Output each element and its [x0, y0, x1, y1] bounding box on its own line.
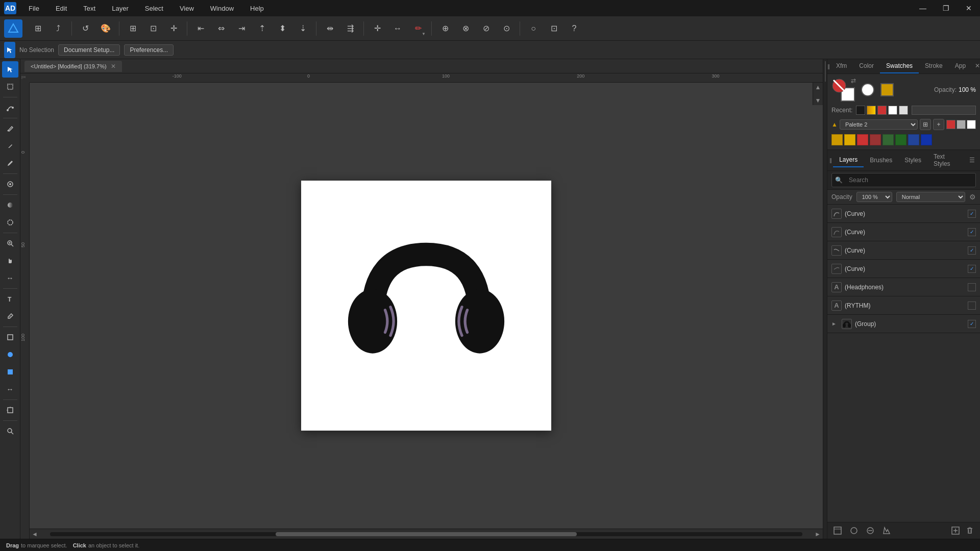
swatch-4[interactable] — [883, 134, 894, 145]
brush-tool[interactable] — [2, 155, 18, 171]
close-button[interactable]: ✕ — [962, 3, 976, 13]
palette-white-swatch[interactable] — [967, 120, 976, 129]
red-marker-button[interactable]: ✏ ▼ — [409, 19, 427, 38]
menu-edit[interactable]: Edit — [52, 3, 71, 14]
swatch-5[interactable] — [895, 134, 906, 145]
swap-colors-btn[interactable]: ⇄ — [851, 77, 856, 84]
layer-visibility-curve4[interactable]: ✓ — [968, 265, 976, 273]
dist-h-button[interactable]: ⇹ — [321, 19, 339, 38]
select-tool[interactable] — [4, 42, 15, 58]
tab-brushes[interactable]: Brushes — [864, 154, 898, 167]
menu-layer[interactable]: Layer — [108, 3, 133, 14]
transform-button[interactable]: ✛ — [368, 19, 386, 38]
layer-item-group[interactable]: ► (Group) ✓ — [827, 315, 980, 333]
tab-text-styles[interactable]: Text Styles — [927, 150, 966, 170]
layers-bottom-btn1[interactable] — [831, 524, 844, 537]
minimize-button[interactable]: — — [915, 3, 930, 13]
layer-item-curve4[interactable]: (Curve) ✓ — [827, 260, 980, 278]
group-expand-btn[interactable]: ► — [831, 321, 839, 327]
menu-file[interactable]: File — [24, 3, 43, 14]
recent-swatch-2[interactable] — [867, 106, 876, 115]
resize-tool[interactable]: ↔ — [2, 381, 18, 397]
swatch-6[interactable] — [908, 134, 919, 145]
align-middle-button[interactable]: ⬍ — [273, 19, 291, 38]
swatch-0[interactable] — [831, 134, 843, 145]
align-bottom-button[interactable]: ⇣ — [293, 19, 312, 38]
swatch-1[interactable] — [844, 134, 855, 145]
square-tool[interactable] — [2, 364, 18, 380]
layers-collapse-btn[interactable]: ‖ — [829, 158, 833, 163]
palette-red-swatch[interactable] — [946, 120, 955, 129]
node-tool[interactable] — [2, 99, 18, 116]
swatch-3[interactable] — [870, 134, 881, 145]
tab-app[interactable]: App — [949, 59, 972, 73]
layers-opacity-select[interactable]: 100 % — [856, 192, 892, 202]
color-mode-btn[interactable] — [861, 83, 874, 96]
expand-button[interactable]: ⊙ — [497, 19, 516, 38]
select-tool-btn[interactable] — [2, 61, 18, 78]
palette-grey-swatch[interactable] — [957, 120, 966, 129]
gradient-tool[interactable] — [2, 197, 18, 213]
layers-bottom-btn3[interactable] — [864, 524, 876, 537]
grid-button[interactable]: ⊞ — [124, 19, 142, 38]
canvas-tab[interactable]: <Untitled> [Modified] (319.7%) ✕ — [24, 61, 122, 72]
constraints-button[interactable]: ✛ — [164, 19, 183, 38]
eyedropper-tool[interactable] — [2, 308, 18, 324]
menu-text[interactable]: Text — [79, 3, 100, 14]
tab-layers[interactable]: Layers — [833, 153, 864, 167]
menu-window[interactable]: Window — [206, 3, 238, 14]
recent-swatch-3[interactable] — [877, 106, 887, 115]
tab-color[interactable]: Color — [853, 59, 880, 73]
palette-add-btn[interactable]: + — [933, 119, 944, 130]
layer-visibility-rythm[interactable]: □ — [968, 302, 976, 310]
mask-button[interactable]: ⊘ — [477, 19, 495, 38]
recent-swatch-1[interactable] — [856, 106, 865, 115]
search-button[interactable]: ○ — [524, 19, 543, 38]
scroll-left-btn[interactable]: ◄ — [30, 531, 40, 538]
layers-bottom-btn2[interactable] — [848, 524, 860, 537]
recent-swatch-5[interactable] — [899, 106, 908, 115]
layer-search-input[interactable] — [845, 174, 972, 186]
preferences-button[interactable]: Preferences... — [124, 44, 174, 56]
panel-resize-handle[interactable] — [823, 59, 827, 539]
scroll-down-btn[interactable]: ▼ — [814, 96, 822, 105]
palette-grid-btn[interactable]: ⊞ — [920, 119, 931, 130]
layers-add-btn[interactable] — [949, 524, 962, 537]
palette-dropdown[interactable]: Palette 2 — [840, 119, 918, 130]
boolean-button[interactable]: ⊗ — [456, 19, 475, 38]
blend-mode-select[interactable]: Normal — [896, 192, 965, 202]
color-picker-tool[interactable] — [2, 176, 18, 192]
align-left-button[interactable]: ⇤ — [191, 19, 210, 38]
text-tool[interactable]: T — [2, 291, 18, 307]
layer-visibility-headphones[interactable]: □ — [968, 283, 976, 291]
circle-tool[interactable] — [2, 346, 18, 363]
align-right-button[interactable]: ⇥ — [232, 19, 251, 38]
tab-xfm[interactable]: Xfm — [830, 59, 853, 73]
tab-stroke[interactable]: Stroke — [919, 59, 949, 73]
layer-item-curve2[interactable]: (Curve) ✓ — [827, 223, 980, 241]
share-button[interactable]: ⤴ — [49, 19, 67, 38]
swatch-indicator[interactable] — [880, 83, 894, 96]
pencil-tool[interactable] — [2, 138, 18, 154]
help-button[interactable]: ? — [565, 19, 583, 38]
swatch-7[interactable] — [921, 134, 932, 145]
pen-tool[interactable] — [2, 120, 18, 137]
layers-delete-btn[interactable] — [964, 524, 976, 537]
pixel-view-button[interactable]: 🎨 — [96, 19, 115, 38]
move-tool[interactable]: ↔ — [2, 270, 18, 286]
move-button[interactable]: ↔ — [388, 19, 407, 38]
tab-swatches[interactable]: Swatches — [880, 59, 919, 73]
layer-item-rythm[interactable]: A (RYTHM) □ — [827, 296, 980, 315]
layer-item-headphones[interactable]: A (Headphones) □ — [827, 278, 980, 296]
scrollbar-thumb[interactable] — [276, 532, 577, 536]
layer-visibility-curve1[interactable]: ✓ — [968, 210, 976, 218]
view-mode-button[interactable]: ⊞ — [29, 19, 47, 38]
artboard-tool[interactable] — [2, 402, 18, 418]
layer-settings-icon[interactable]: ⚙ — [969, 193, 976, 201]
scroll-up-btn[interactable]: ▲ — [814, 83, 822, 92]
menu-help[interactable]: Help — [246, 3, 268, 14]
shapes-tool[interactable] — [2, 329, 18, 345]
layers-bottom-btn4[interactable] — [880, 524, 893, 537]
transparency-tool[interactable] — [2, 214, 18, 231]
swatch-2[interactable] — [857, 134, 868, 145]
